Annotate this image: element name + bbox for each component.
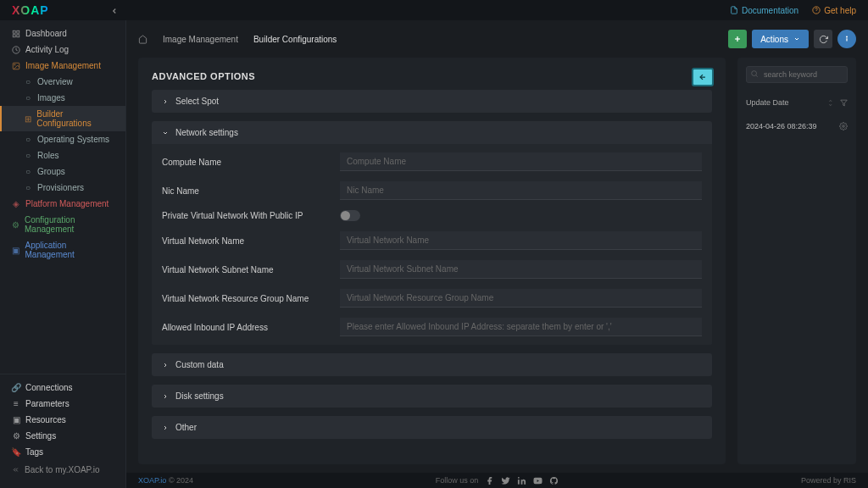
nic-name-input[interactable]	[340, 181, 702, 200]
gear-icon: ⚙	[12, 432, 20, 441]
footer-follow: Follow us on	[436, 476, 479, 485]
sidebar-section-platform[interactable]: ◈Platform Management	[0, 196, 125, 212]
help-icon	[812, 6, 821, 14]
sidebar-label: Image Management	[25, 61, 101, 70]
sidebar-label: Resources	[25, 415, 66, 424]
linkedin-icon[interactable]	[517, 476, 526, 485]
refresh-icon	[819, 35, 828, 44]
back-to-portal-link[interactable]: Back to my.XOAP.io	[0, 460, 125, 480]
chevron-down-icon	[162, 130, 169, 136]
platform-icon: ◈	[12, 200, 20, 208]
svg-point-19	[518, 476, 520, 478]
sidebar-label: Application Management	[25, 241, 114, 259]
breadcrumb-item[interactable]: Builder Configurations	[253, 35, 337, 44]
dashboard-icon	[12, 30, 20, 38]
compute-name-input[interactable]	[340, 152, 702, 171]
actions-label: Actions	[760, 35, 788, 44]
panel-title: ADVANCED OPTIONS	[152, 71, 712, 81]
sidebar-item-activity[interactable]: Activity Log	[0, 42, 125, 58]
list-panel: Update Date 2024-04-26 08:26:39	[737, 58, 856, 464]
sidebar-item-resources[interactable]: ▣Resources	[0, 412, 125, 428]
dot-icon: ○	[24, 136, 32, 144]
sidebar-section-image-mgmt[interactable]: Image Management	[0, 58, 125, 74]
accordion-spot[interactable]: Select Spot	[152, 90, 712, 113]
home-icon[interactable]	[138, 35, 147, 44]
gear-icon[interactable]	[839, 122, 848, 130]
info-button[interactable]	[837, 30, 856, 48]
sidebar-label: Provisioners	[37, 183, 84, 192]
facebook-icon[interactable]	[485, 476, 494, 485]
search-input[interactable]	[746, 66, 848, 83]
accordion-disk[interactable]: Disk settings	[152, 385, 712, 408]
box-icon: ▣	[12, 416, 20, 424]
back-label: Back to my.XOAP.io	[25, 465, 100, 474]
sidebar-item-builder-config[interactable]: ⊞Builder Configurations	[0, 106, 125, 131]
sidebar-item-tags[interactable]: 🔖Tags	[0, 444, 125, 460]
actions-dropdown[interactable]: Actions	[752, 30, 809, 48]
sidebar-item-images[interactable]: ○Images	[0, 90, 125, 106]
doc-icon	[730, 6, 738, 14]
link-icon: 🔗	[12, 384, 20, 392]
breadcrumb-item[interactable]: Image Management	[163, 35, 238, 44]
rg-input[interactable]	[340, 289, 702, 308]
twitter-icon[interactable]	[501, 476, 510, 485]
svg-rect-3	[17, 30, 19, 33]
youtube-icon[interactable]	[533, 476, 542, 485]
sidebar-item-dashboard[interactable]: Dashboard	[0, 25, 125, 42]
sidebar-item-overview[interactable]: ○Overview	[0, 74, 125, 90]
sidebar-item-roles[interactable]: ○Roles	[0, 147, 125, 164]
sidebar-item-os[interactable]: ○Operating Systems	[0, 131, 125, 147]
svg-rect-18	[518, 480, 520, 485]
sidebar-item-connections[interactable]: 🔗Connections	[0, 380, 125, 396]
sidebar-item-parameters[interactable]: ≡Parameters	[0, 396, 125, 412]
sidebar-item-groups[interactable]: ○Groups	[0, 164, 125, 180]
sidebar-label: Operating Systems	[37, 135, 109, 144]
logo: XOAP	[12, 3, 49, 17]
inbound-label: Allowed Inbound IP Address	[162, 323, 340, 332]
svg-point-8	[14, 64, 15, 64]
accordion-other[interactable]: Other	[152, 416, 712, 439]
sidebar-item-settings[interactable]: ⚙Settings	[0, 428, 125, 444]
documentation-label: Documentation	[742, 6, 798, 15]
sidebar-label: Builder Configurations	[36, 109, 114, 128]
rg-label: Virtual Network Resource Group Name	[162, 294, 340, 303]
breadcrumb: Image Management Builder Configurations	[138, 35, 337, 44]
sidebar-label: Tags	[25, 447, 43, 457]
subnet-input[interactable]	[340, 260, 702, 279]
add-button[interactable]	[728, 30, 747, 48]
help-label: Get help	[824, 6, 856, 15]
vnet-name-label: Virtual Network Name	[162, 236, 340, 246]
documentation-link[interactable]: Documentation	[730, 6, 798, 15]
svg-point-12	[847, 36, 848, 37]
public-ip-label: Private Virtual Network With Public IP	[162, 211, 340, 220]
sidebar-section-app[interactable]: ▣Application Management	[0, 237, 125, 263]
footer-brand[interactable]: XOAP.io	[138, 476, 166, 485]
sidebar-label: Dashboard	[25, 29, 67, 38]
plus-icon	[733, 35, 742, 43]
filter-icon[interactable]	[840, 99, 848, 107]
help-link[interactable]: Get help	[812, 6, 856, 15]
github-icon[interactable]	[549, 476, 559, 485]
chevron-right-icon	[162, 393, 169, 400]
accordion-label: Disk settings	[175, 391, 224, 401]
sidebar-collapse-icon[interactable]	[110, 7, 122, 19]
chevron-right-icon	[162, 98, 169, 105]
chevron-right-icon	[162, 362, 169, 369]
vnet-name-input[interactable]	[340, 231, 702, 250]
sidebar-section-config[interactable]: ⚙Configuration Management	[0, 212, 125, 237]
list-row[interactable]: 2024-04-26 08:26:39	[746, 119, 848, 134]
sidebar-label: Platform Management	[25, 199, 108, 208]
public-ip-toggle[interactable]	[340, 210, 360, 221]
refresh-button[interactable]	[814, 30, 832, 48]
sidebar-label: Groups	[37, 167, 65, 176]
sort-icon[interactable]	[827, 99, 835, 107]
dot-icon: ○	[24, 152, 32, 160]
inbound-input[interactable]	[340, 318, 702, 336]
panel-back-button[interactable]	[692, 68, 714, 86]
column-header[interactable]: Update Date	[746, 98, 789, 107]
info-icon	[843, 35, 851, 43]
accordion-network[interactable]: Network settings	[152, 121, 712, 144]
sidebar-item-provisioners[interactable]: ○Provisioners	[0, 180, 125, 196]
dot-icon: ⊞	[24, 114, 31, 123]
accordion-custom[interactable]: Custom data	[152, 353, 712, 376]
